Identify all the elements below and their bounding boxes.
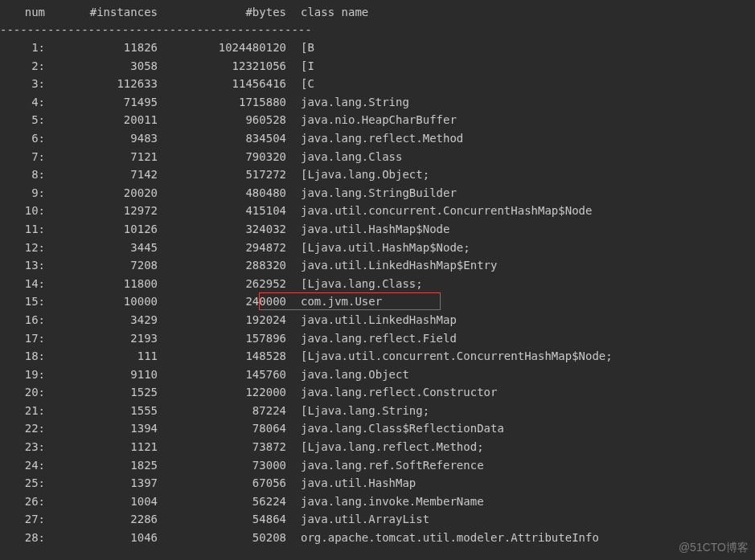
cell-num: 22: bbox=[0, 419, 45, 438]
table-row: 18:111148528[Ljava.util.concurrent.Concu… bbox=[0, 347, 755, 366]
header-row: num#instances#bytesclass name bbox=[0, 3, 755, 21]
cell-classname: [C bbox=[286, 75, 314, 93]
cell-instances: 9110 bbox=[45, 366, 158, 384]
cell-instances: 7208 bbox=[45, 256, 158, 275]
cell-instances: 9483 bbox=[45, 129, 158, 148]
cell-num: 21: bbox=[0, 402, 45, 420]
table-row: 7:7121790320java.lang.Class bbox=[0, 148, 755, 166]
table-row: 8:7142517272[Ljava.lang.Object; bbox=[0, 166, 755, 184]
table-row: 15:10000240000com.jvm.User bbox=[0, 292, 755, 311]
cell-num: 27: bbox=[0, 510, 45, 529]
terminal-output: num#instances#bytesclass name ----------… bbox=[0, 0, 755, 547]
cell-classname: java.lang.invoke.MemberName bbox=[286, 493, 484, 511]
cell-bytes: 157896 bbox=[158, 329, 286, 348]
cell-num: 25: bbox=[0, 474, 45, 493]
cell-instances: 1825 bbox=[45, 456, 158, 475]
cell-classname: java.util.HashMap bbox=[286, 474, 416, 493]
cell-instances: 2286 bbox=[45, 510, 158, 529]
cell-bytes: 324032 bbox=[158, 220, 286, 239]
cell-classname: [Ljava.lang.Object; bbox=[286, 166, 429, 184]
cell-classname: java.lang.reflect.Field bbox=[286, 329, 457, 348]
table-row: 24:182573000java.lang.ref.SoftReference bbox=[0, 456, 755, 475]
cell-bytes: 517272 bbox=[158, 166, 286, 184]
cell-bytes: 288320 bbox=[158, 256, 286, 275]
cell-classname: java.util.LinkedHashMap bbox=[286, 311, 457, 329]
cell-instances: 20020 bbox=[45, 184, 158, 202]
cell-bytes: 145760 bbox=[158, 366, 286, 384]
cell-instances: 11826 bbox=[45, 39, 158, 57]
cell-classname: java.nio.HeapCharBuffer bbox=[286, 111, 457, 129]
cell-instances: 1121 bbox=[45, 438, 158, 456]
cell-instances: 3445 bbox=[45, 239, 158, 257]
cell-num: 13: bbox=[0, 256, 45, 275]
cell-num: 11: bbox=[0, 220, 45, 239]
cell-num: 1: bbox=[0, 39, 45, 57]
cell-bytes: 73000 bbox=[158, 456, 286, 475]
table-row: 6:9483834504java.lang.reflect.Method bbox=[0, 129, 755, 148]
cell-bytes: 262952 bbox=[158, 275, 286, 293]
cell-num: 14: bbox=[0, 275, 45, 293]
cell-bytes: 834504 bbox=[158, 129, 286, 148]
cell-num: 19: bbox=[0, 366, 45, 384]
cell-bytes: 1024480120 bbox=[158, 39, 286, 57]
cell-bytes: 56224 bbox=[158, 493, 286, 511]
cell-bytes: 192024 bbox=[158, 311, 286, 329]
cell-num: 24: bbox=[0, 456, 45, 475]
table-row: 22:139478064java.lang.Class$ReflectionDa… bbox=[0, 419, 755, 438]
table-row: 11:10126324032java.util.HashMap$Node bbox=[0, 220, 755, 239]
cell-instances: 111 bbox=[45, 347, 158, 366]
cell-classname: java.util.concurrent.ConcurrentHashMap$N… bbox=[286, 202, 592, 220]
cell-classname: [Ljava.util.concurrent.ConcurrentHashMap… bbox=[286, 347, 613, 366]
table-row: 12:3445294872[Ljava.util.HashMap$Node; bbox=[0, 239, 755, 257]
cell-bytes: 1715880 bbox=[158, 93, 286, 112]
cell-num: 26: bbox=[0, 493, 45, 511]
cell-classname: java.util.ArrayList bbox=[286, 510, 429, 529]
header-classname: class name bbox=[286, 3, 368, 21]
cell-bytes: 87224 bbox=[158, 402, 286, 420]
cell-bytes: 480480 bbox=[158, 184, 286, 202]
table-row: 3:11263311456416[C bbox=[0, 75, 755, 93]
cell-instances: 11800 bbox=[45, 275, 158, 293]
cell-bytes: 148528 bbox=[158, 347, 286, 366]
table-row: 17:2193157896java.lang.reflect.Field bbox=[0, 329, 755, 348]
cell-num: 3: bbox=[0, 75, 45, 93]
cell-bytes: 294872 bbox=[158, 239, 286, 257]
table-row: 1:118261024480120[B bbox=[0, 39, 755, 57]
cell-instances: 1555 bbox=[45, 402, 158, 420]
cell-num: 8: bbox=[0, 166, 45, 184]
table-row: 5:20011960528java.nio.HeapCharBuffer bbox=[0, 111, 755, 129]
cell-classname: java.lang.Class bbox=[286, 148, 402, 166]
cell-instances: 1394 bbox=[45, 419, 158, 438]
cell-classname: [I bbox=[286, 57, 314, 76]
cell-classname: [Ljava.lang.Class; bbox=[286, 275, 423, 293]
cell-bytes: 67056 bbox=[158, 474, 286, 493]
cell-bytes: 50208 bbox=[158, 529, 286, 547]
cell-num: 9: bbox=[0, 184, 45, 202]
table-row: 4:714951715880java.lang.String bbox=[0, 93, 755, 112]
cell-instances: 112633 bbox=[45, 75, 158, 93]
cell-bytes: 11456416 bbox=[158, 75, 286, 93]
table-row: 28:104650208org.apache.tomcat.util.model… bbox=[0, 529, 755, 547]
cell-instances: 1046 bbox=[45, 529, 158, 547]
cell-classname: com.jvm.User bbox=[286, 292, 382, 311]
cell-num: 2: bbox=[0, 57, 45, 76]
cell-instances: 12972 bbox=[45, 202, 158, 220]
table-row: 20:1525122000java.lang.reflect.Construct… bbox=[0, 383, 755, 402]
cell-num: 23: bbox=[0, 438, 45, 456]
cell-classname: org.apache.tomcat.util.modeler.Attribute… bbox=[286, 529, 599, 547]
header-instances: #instances bbox=[45, 3, 158, 21]
table-row: 10:12972415104java.util.concurrent.Concu… bbox=[0, 202, 755, 220]
table-row: 25:139767056java.util.HashMap bbox=[0, 474, 755, 493]
table-row: 2:305812321056[I bbox=[0, 57, 755, 76]
cell-instances: 3429 bbox=[45, 311, 158, 329]
cell-instances: 7142 bbox=[45, 166, 158, 184]
table-row: 27:228654864java.util.ArrayList bbox=[0, 510, 755, 529]
cell-num: 15: bbox=[0, 292, 45, 311]
table-row: 16:3429192024java.util.LinkedHashMap bbox=[0, 311, 755, 329]
cell-num: 28: bbox=[0, 529, 45, 547]
cell-bytes: 415104 bbox=[158, 202, 286, 220]
cell-instances: 1525 bbox=[45, 383, 158, 402]
cell-classname: java.lang.Object bbox=[286, 366, 409, 384]
cell-bytes: 73872 bbox=[158, 438, 286, 456]
cell-classname: [B bbox=[286, 39, 314, 57]
